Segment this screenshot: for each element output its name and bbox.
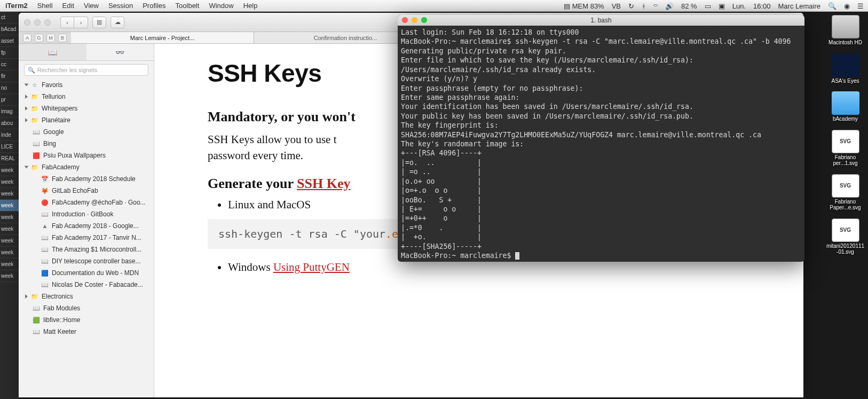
clock[interactable]: 16:00 — [753, 2, 771, 10]
menu-window[interactable]: Window — [209, 2, 233, 10]
bookmark-item[interactable]: 📖Nicolas De Coster - Fabacade... — [19, 279, 154, 291]
editor-tab[interactable]: week — [0, 259, 19, 270]
editor-tab[interactable]: week — [0, 235, 19, 247]
bookmark-item[interactable]: 📖Introduction · GitBook — [19, 208, 154, 220]
bookmark-item[interactable]: 📖Fab Academy 2017 - Tanvir N... — [19, 232, 154, 244]
menu-edit[interactable]: Edit — [62, 2, 74, 10]
editor-tab[interactable]: pr — [0, 94, 19, 106]
desktop-icon[interactable]: SVGFabriano per...1.svg — [826, 130, 865, 167]
bookmark-item[interactable]: 🦊GitLab EchoFab — [19, 185, 154, 197]
editor-tab[interactable]: week — [0, 223, 19, 235]
menu-profiles[interactable]: Profiles — [143, 2, 165, 10]
battery-icon[interactable]: ▭ — [705, 2, 711, 10]
editor-tab[interactable]: week — [0, 270, 19, 282]
zoom-icon[interactable] — [44, 19, 51, 26]
bookmark-item[interactable]: 🔴FabAcademy @échoFab · Goo... — [19, 197, 154, 208]
bookmark-item[interactable]: ▲Fab Academy 2018 - Google... — [19, 220, 154, 232]
editor-tab[interactable]: cc — [0, 59, 19, 71]
editor-tab[interactable]: asset — [0, 35, 19, 47]
editor-tab[interactable]: inde — [0, 129, 19, 141]
bookmark-item[interactable]: 📖DIY telescope controller base... — [19, 255, 154, 267]
bookmark-item[interactable]: 📖Bing — [19, 138, 154, 150]
desktop-icon[interactable]: SVGmitani20120111-01.svg — [826, 218, 865, 255]
bookmark-item[interactable]: 📖The Amazing $1 Microcontroll... — [19, 244, 154, 255]
editor-tab[interactable]: abou — [0, 118, 19, 129]
bookmark-item[interactable]: 📁Planétaire — [19, 114, 154, 126]
close-icon[interactable] — [24, 19, 30, 26]
editor-tab[interactable]: REAL — [0, 153, 19, 165]
menu-view[interactable]: View — [84, 2, 99, 10]
terminal-output[interactable]: Last login: Sun Feb 18 16:12:18 on ttys0… — [398, 26, 804, 262]
minimize-icon[interactable] — [412, 17, 417, 23]
editor-tab[interactable]: fir — [0, 71, 19, 82]
editor-tab[interactable]: bAcad — [0, 24, 19, 35]
iterm-window[interactable]: 1. bash Last login: Sun Feb 18 16:12:18 … — [398, 15, 804, 262]
spotlight-icon[interactable]: 🔍 — [828, 2, 837, 10]
bookmark-item[interactable]: 📁FabAcademy — [19, 161, 154, 173]
bookmark-search[interactable]: 🔍 Rechercher les signets — [24, 64, 148, 76]
editor-tab[interactable]: no — [0, 82, 19, 94]
editor-tab[interactable]: ct — [0, 12, 19, 24]
tab-0[interactable]: Marc Lemaire - Project... — [71, 32, 254, 43]
memory-icon[interactable]: ▤ MEM 83% — [564, 2, 604, 10]
tag-m[interactable]: M — [46, 34, 55, 42]
editor-tab[interactable]: week — [0, 165, 19, 176]
bookmark-item[interactable]: 📁Electronics — [19, 291, 154, 302]
menu-session[interactable]: Session — [108, 2, 133, 10]
timemachine-icon[interactable]: ↻ — [628, 2, 634, 10]
editor-tab[interactable]: week — [0, 247, 19, 259]
tag-g[interactable]: G — [35, 34, 43, 42]
editor-tab[interactable]: week — [0, 212, 19, 223]
editor-tab[interactable]: imag — [0, 106, 19, 118]
icloud-tabs-button[interactable]: ☁ — [111, 17, 124, 28]
bookmark-item[interactable]: 📁Tellurion — [19, 91, 154, 103]
volume-icon[interactable]: 🔊 — [665, 2, 674, 10]
bookmark-item[interactable]: 📁Whitepapers — [19, 103, 154, 114]
desktop-icon[interactable]: Macintosh HD — [826, 15, 865, 46]
zoom-icon[interactable] — [421, 17, 427, 23]
tag-a[interactable]: A — [23, 34, 31, 42]
bookmark-item[interactable]: 🟥Psiu Puxa Wallpapers — [19, 150, 154, 161]
display-icon[interactable]: ▣ — [719, 2, 725, 10]
disclosure-triangle-icon[interactable] — [25, 84, 29, 87]
bookmark-item[interactable]: 📖Google — [19, 126, 154, 138]
desktop-icon[interactable]: bAcademy — [826, 91, 865, 122]
menu-shell[interactable]: Shell — [37, 2, 53, 10]
wifi-icon[interactable]: ⌔ — [653, 2, 658, 10]
puttygen-link[interactable]: Using PuttyGEN — [273, 261, 350, 273]
terminal-titlebar[interactable]: 1. bash — [398, 15, 804, 26]
bookmark-item[interactable]: 📅Fab Academy 2018 Schedule — [19, 173, 154, 185]
editor-tab[interactable]: week — [0, 188, 19, 200]
editor-tab[interactable]: LICE — [0, 141, 19, 153]
forward-button[interactable]: › — [74, 17, 88, 28]
ssh-key-link[interactable]: SSH Key — [297, 176, 350, 191]
bookmark-item[interactable]: 🟦Documentation du Web - MDN — [19, 267, 154, 279]
battery-text[interactable]: 82 % — [681, 2, 697, 10]
disclosure-triangle-icon[interactable] — [25, 294, 28, 299]
disclosure-triangle-icon[interactable] — [25, 118, 28, 122]
editor-tab[interactable]: week — [0, 176, 19, 188]
tag-b[interactable]: B — [58, 34, 67, 42]
app-name[interactable]: iTerm2 — [5, 2, 28, 10]
desktop-icon[interactable]: ASA's Eyes — [826, 53, 865, 84]
bookmark-item[interactable]: 📖Fab Modules — [19, 302, 154, 314]
bluetooth-icon[interactable]: ᚼ — [642, 2, 646, 10]
bookmarks-mode-icon[interactable]: 📖 — [19, 44, 86, 60]
vb-icon[interactable]: VB — [612, 2, 621, 10]
back-button[interactable]: ‹ — [60, 17, 74, 28]
user-name[interactable]: Marc Lemaire — [778, 2, 820, 10]
disclosure-triangle-icon[interactable] — [25, 166, 29, 169]
menu-toolbelt[interactable]: Toolbelt — [176, 2, 200, 10]
day-label[interactable]: Lun. — [732, 2, 746, 10]
reading-list-mode-icon[interactable]: 👓 — [86, 44, 154, 60]
minimize-icon[interactable] — [34, 19, 41, 26]
disclosure-triangle-icon[interactable] — [25, 106, 28, 111]
bookmark-item[interactable]: ☆Favoris — [19, 79, 154, 91]
siri-icon[interactable]: ◉ — [844, 2, 850, 10]
menu-help[interactable]: Help — [243, 2, 258, 10]
bookmark-item[interactable]: 📖Matt Keeter — [19, 326, 154, 338]
notification-center-icon[interactable]: ☰ — [857, 2, 864, 10]
editor-tab[interactable]: fp — [0, 47, 19, 59]
close-icon[interactable] — [402, 17, 408, 23]
editor-tab[interactable]: week — [0, 200, 19, 212]
